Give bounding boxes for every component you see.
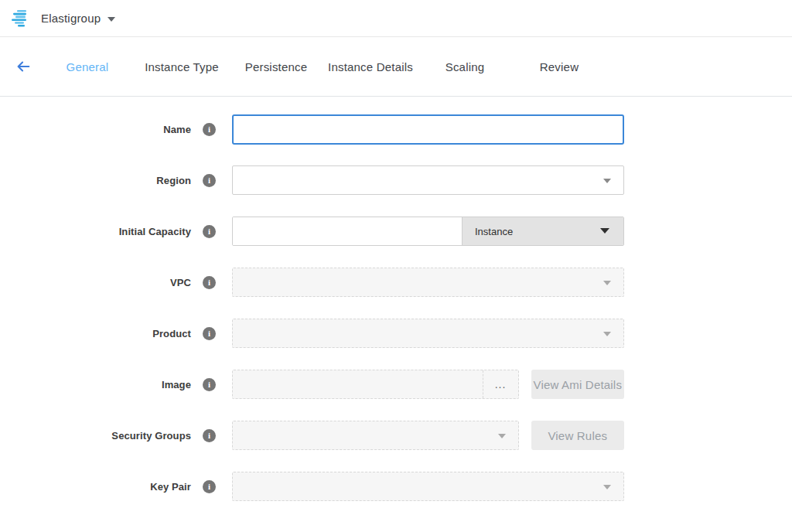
info-glyph: i	[208, 431, 210, 440]
image-browse-button[interactable]: ...	[483, 370, 518, 398]
chevron-down-icon	[603, 332, 611, 336]
image-info-icon[interactable]: i	[203, 378, 216, 391]
chevron-down-icon	[603, 485, 611, 489]
image-label: Image	[0, 379, 191, 390]
security-groups-label: Security Groups	[0, 430, 191, 442]
key-pair-info-icon[interactable]: i	[203, 480, 216, 493]
product-select[interactable]	[232, 319, 624, 348]
initial-capacity-row: Initial Capacity i Instance	[0, 206, 792, 257]
region-label: Region	[0, 175, 191, 186]
initial-capacity-info-icon[interactable]: i	[203, 225, 216, 238]
info-glyph: i	[208, 124, 210, 134]
name-label: Name	[0, 124, 191, 135]
vpc-select[interactable]	[232, 268, 624, 297]
app-switcher[interactable]: Elastigroup	[12, 9, 115, 28]
image-value	[233, 370, 483, 398]
security-groups-row: Security Groups i View Rules	[0, 410, 792, 461]
name-input[interactable]	[232, 114, 624, 145]
vpc-info-icon[interactable]: i	[203, 276, 216, 289]
chevron-down-icon	[498, 434, 506, 438]
name-row: Name i	[0, 104, 792, 155]
chevron-down-icon	[603, 179, 611, 183]
region-row: Region i	[0, 155, 792, 206]
info-glyph: i	[208, 329, 210, 338]
image-field: ...	[232, 370, 519, 399]
name-info-icon[interactable]: i	[203, 123, 216, 136]
key-pair-row: Key Pair i	[0, 461, 792, 512]
product-label: Product	[0, 328, 191, 339]
wizard-tab-bar: General Instance Type Persistence Instan…	[0, 37, 792, 97]
info-glyph: i	[208, 380, 210, 389]
capacity-unit-select[interactable]: Instance	[462, 217, 623, 245]
vpc-row: VPC i	[0, 257, 792, 308]
general-settings-form: Name i Region i Initial Capacity i Insta…	[0, 97, 792, 512]
capacity-unit-value: Instance	[475, 226, 513, 237]
info-glyph: i	[208, 176, 210, 185]
info-glyph: i	[208, 278, 210, 287]
chevron-down-icon	[108, 17, 115, 22]
back-button[interactable]	[15, 58, 32, 75]
region-info-icon[interactable]: i	[203, 174, 216, 187]
view-rules-button[interactable]: View Rules	[531, 421, 624, 450]
key-pair-label: Key Pair	[0, 481, 191, 493]
chevron-down-icon	[603, 281, 611, 285]
arrow-left-icon	[15, 58, 32, 75]
top-bar: Elastigroup	[0, 0, 792, 37]
initial-capacity-label: Initial Capacity	[0, 226, 191, 237]
product-info-icon[interactable]: i	[203, 327, 216, 340]
region-select[interactable]	[232, 165, 624, 195]
tab-scaling[interactable]: Scaling	[418, 60, 512, 73]
tab-list: General Instance Type Persistence Instan…	[40, 60, 606, 73]
tab-persistence[interactable]: Persistence	[229, 60, 323, 73]
tab-instance-type[interactable]: Instance Type	[135, 60, 229, 73]
image-row: Image i ... View Ami Details	[0, 359, 792, 410]
tab-general[interactable]: General	[40, 60, 135, 73]
key-pair-select[interactable]	[232, 472, 624, 501]
info-glyph: i	[208, 482, 210, 491]
security-groups-select[interactable]	[232, 421, 519, 450]
tab-instance-details[interactable]: Instance Details	[323, 60, 418, 73]
info-glyph: i	[208, 227, 210, 236]
security-groups-info-icon[interactable]: i	[203, 429, 216, 442]
view-ami-details-button[interactable]: View Ami Details	[531, 370, 624, 399]
elastigroup-logo-icon	[12, 9, 32, 28]
initial-capacity-input[interactable]	[233, 217, 462, 245]
tab-review[interactable]: Review	[512, 60, 606, 73]
vpc-label: VPC	[0, 277, 191, 288]
product-row: Product i	[0, 308, 792, 359]
chevron-down-icon	[600, 228, 609, 234]
app-name: Elastigroup	[41, 12, 101, 25]
